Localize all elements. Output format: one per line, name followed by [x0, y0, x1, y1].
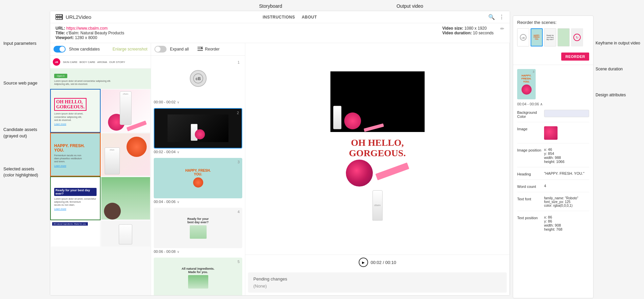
info-bar: URL: https://www.cbalm.com Title: c'Balm… [50, 23, 510, 43]
reorder-thumb-4[interactable] [558, 28, 570, 46]
scene-detail-thumb: 3 HAPPY. FRESH.YOU. [517, 69, 536, 99]
asset-item-5[interactable]: Ready for your best day ever? Lorem ipsu… [50, 176, 101, 220]
scene-time-4: 00:06 - 00:08 ∨ [154, 250, 242, 254]
image-y: y: 854 [544, 152, 589, 156]
reorder-toolbar-btn[interactable]: Reorder [198, 47, 219, 52]
scene-thumb-4[interactable]: 4 Ready for yourbest day ever? [154, 208, 242, 248]
scene-detail-time: 00:04 - 00:06 ∧ [517, 102, 589, 106]
scene-3-time: 00:04 - 00:06 [154, 200, 176, 204]
webpage-banner: Open it Lorem ipsum dolor sit amet conse… [50, 69, 151, 89]
left-annotations: Input parameters Source web page Candida… [0, 0, 47, 299]
scene-thumb-1[interactable]: 1 cB [154, 58, 242, 99]
reorder-thumb-2[interactable]: HAPPY.FRESH.YOU. [531, 28, 543, 46]
garden-urn [104, 203, 121, 220]
scene-detail-flower [522, 85, 532, 95]
edit-icon[interactable]: ✏ [500, 26, 504, 31]
video-ribbon-small [363, 123, 384, 132]
app-window: URL2Video INSTRUCTIONS ABOUT 🔍 ⋮ URL: ht… [50, 11, 510, 296]
scene-thumb-5[interactable]: 5 All natural ingredients.Made for you. [154, 258, 242, 295]
svg-text:cB: cB [522, 36, 525, 39]
scene-time-3: 00:04 - 00:06 ∨ [154, 200, 242, 204]
asset-item-1[interactable]: OH HELLO,GORGEOUS. Lorem ipsum dolor sit… [50, 89, 101, 133]
search-icon[interactable]: 🔍 [488, 14, 495, 20]
heading-label: Heading [517, 171, 544, 176]
detail-image-position: Image position x: 46 y: 854 width: 988 h… [517, 147, 589, 167]
svg-rect-7 [198, 47, 203, 47]
reorder-icon [198, 47, 203, 52]
scene-2-rose [195, 129, 205, 139]
storyboard-toolbar: Expand all Reorder [151, 43, 245, 56]
top-labels: Storyboard Output video [47, 3, 513, 9]
reorder-thumb-1[interactable]: cB [517, 28, 529, 46]
annotation-design-attributes: Design attributes [594, 92, 644, 98]
app-title: URL2Video [66, 14, 91, 20]
playback-time: 00:02 / 00:10 [371, 260, 396, 265]
reorder-thumb-5[interactable]: ↻ [571, 28, 583, 46]
header-nav: INSTRUCTIONS ABOUT [263, 15, 317, 20]
webpage-subtitle: Lorem ipsum dolor sit amet consectetur a… [54, 79, 147, 86]
source-panel: Show candidates Enlarge screenshot cB SK… [50, 43, 151, 295]
scene-time-2: 00:02 - 00:04 ∨ [154, 150, 242, 154]
reorder-button[interactable]: REORDER [561, 53, 589, 61]
source-content: cB SKIN CARE BODY CARE AROMA OUR STORY [50, 56, 151, 295]
text-y: y: 86 [544, 219, 589, 223]
scene-details-section: 3 HAPPY. FRESH.YOU. 00:04 - 00:06 ∧ Back… [513, 65, 593, 298]
scene-4-time: 00:06 - 00:08 [154, 250, 176, 254]
asset-heading-1: OH HELLO,GORGEOUS. [54, 98, 86, 111]
asset-heading-5: Ready for your best day ever? [54, 188, 97, 196]
asset-item-8[interactable] [101, 220, 151, 247]
asset-mock-5: Ready for your best day ever? Lorem ipsu… [51, 177, 100, 220]
reorder-thumbnails: cB HAPPY.FRESH.YOU. Ready foryour bestda… [517, 28, 589, 46]
nav-about[interactable]: ABOUT [302, 15, 317, 20]
annotation-input-params-label: Input parameters [3, 41, 36, 46]
scene-2-time: 00:02 - 00:04 [154, 150, 176, 154]
viewport-row: Viewport: 1280 x 8000 [56, 35, 124, 40]
reorder-thumb-3[interactable]: Ready foryour bestday ever? [544, 28, 556, 46]
image-thumb[interactable] [544, 126, 558, 140]
asset-item-6[interactable] [101, 176, 151, 220]
asset-item-2[interactable]: cBalm [101, 89, 151, 133]
scene-detail-header: 3 HAPPY. FRESH.YOU. [517, 69, 589, 99]
asset-item-3[interactable]: HAPPY. FRESH.YOU. Fermentum iaculis eu n… [50, 133, 101, 176]
reorder-section: Reorder the scenes: cB HAPPY.FRESH.YOU. … [513, 16, 593, 65]
asset-item-7[interactable]: All natural ingredients. Made for you. [50, 220, 101, 247]
detail-word-count: Word count 4 [517, 184, 589, 192]
scene-thumb-2[interactable]: 2 [154, 108, 242, 148]
image-x: x: 46 [544, 147, 589, 152]
assets-grid: OH HELLO,GORGEOUS. Lorem ipsum dolor sit… [50, 89, 151, 247]
video-bottle [333, 106, 342, 129]
annotation-candidate-assets: Candidate assets (grayed out) [3, 127, 44, 139]
asset-mock-3: HAPPY. FRESH.YOU. Fermentum iaculis eu n… [51, 133, 100, 176]
storyboard-scenes: 1 cB 00:00 - 00:02 ∨ [151, 56, 245, 295]
annotation-input-params: Input parameters [3, 40, 44, 46]
video-mock: OH HELLO, GORGEOUS. [330, 71, 425, 226]
asset-mock-1: OH HELLO,GORGEOUS. Lorem ipsum dolor sit… [51, 90, 100, 133]
image-height: height: 1066 [544, 160, 589, 164]
heading-value: "HAPPY. FRESH. YOU." [544, 171, 589, 175]
asset-item-4[interactable]: cBalm [101, 133, 151, 176]
text-height: height: 768 [544, 227, 589, 231]
svg-text:↻: ↻ [576, 36, 578, 39]
enlarge-link[interactable]: Enlarge screenshot [113, 47, 147, 52]
reorder-label: Reorder [205, 47, 219, 52]
svg-rect-6 [60, 18, 62, 19]
url-row: URL: https://www.cbalm.com [56, 26, 124, 31]
more-options-icon[interactable]: ⋮ [499, 14, 504, 20]
title-row: Title: c'Balm: Natural Beauty Products [56, 31, 124, 35]
show-candidates-toggle[interactable] [53, 46, 66, 53]
url-value: https://www.cbalm.com [66, 26, 108, 31]
center-wrapper: Storyboard Output video [47, 0, 513, 299]
video-text-area: OH HELLO, GORGEOUS. [330, 132, 425, 226]
bg-color-label: Background Color [517, 110, 544, 119]
scene-thumb-3[interactable]: 3 HAPPY. FRESH.YOU. [154, 158, 242, 198]
bg-color-swatch[interactable] [544, 110, 589, 117]
pending-title: Pending changes [253, 276, 501, 281]
expand-toggle[interactable] [154, 46, 167, 53]
nav-instructions[interactable]: INSTRUCTIONS [263, 15, 295, 20]
word-count-label: Word count [517, 184, 544, 189]
output-label: Output video [396, 3, 423, 9]
scene-1-time: 00:00 - 00:02 [154, 100, 176, 104]
svg-rect-8 [198, 48, 203, 49]
play-button[interactable]: ▶ [359, 258, 368, 267]
annotation-candidate-label: Candidate assets (grayed out) [3, 127, 37, 138]
